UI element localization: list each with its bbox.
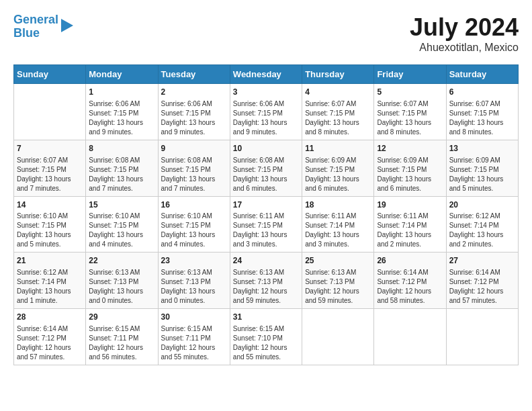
calendar-cell: 15Sunrise: 6:10 AM Sunset: 7:15 PM Dayli… xyxy=(86,196,158,253)
logo: GeneralBlue xyxy=(13,13,73,40)
calendar-cell: 16Sunrise: 6:10 AM Sunset: 7:15 PM Dayli… xyxy=(158,196,230,253)
calendar-cell: 17Sunrise: 6:11 AM Sunset: 7:15 PM Dayli… xyxy=(230,196,302,253)
title-block: July 2024 Ahuexotitlan, Mexico xyxy=(410,13,519,54)
cell-content: Sunrise: 6:14 AM Sunset: 7:12 PM Dayligh… xyxy=(377,268,443,306)
calendar-cell: 8Sunrise: 6:08 AM Sunset: 7:15 PM Daylig… xyxy=(86,140,158,196)
weekday-header-friday: Friday xyxy=(374,65,446,84)
day-number: 31 xyxy=(233,312,299,323)
day-number: 20 xyxy=(449,199,515,211)
day-number: 30 xyxy=(161,312,227,323)
cell-content: Sunrise: 6:12 AM Sunset: 7:14 PM Dayligh… xyxy=(17,268,83,306)
day-number: 11 xyxy=(305,143,371,154)
day-number: 24 xyxy=(233,255,299,267)
cell-content: Sunrise: 6:08 AM Sunset: 7:15 PM Dayligh… xyxy=(89,156,154,193)
logo-text: GeneralBlue xyxy=(13,13,58,40)
cell-content: Sunrise: 6:06 AM Sunset: 7:15 PM Dayligh… xyxy=(89,99,154,137)
cell-content: Sunrise: 6:11 AM Sunset: 7:14 PM Dayligh… xyxy=(305,212,371,249)
page-header: GeneralBlue July 2024 Ahuexotitlan, Mexi… xyxy=(13,13,519,54)
calendar-cell xyxy=(302,309,374,365)
cell-content: Sunrise: 6:10 AM Sunset: 7:15 PM Dayligh… xyxy=(17,212,83,249)
calendar-cell: 3Sunrise: 6:06 AM Sunset: 7:15 PM Daylig… xyxy=(230,84,302,140)
cell-content: Sunrise: 6:14 AM Sunset: 7:12 PM Dayligh… xyxy=(17,324,83,362)
day-number: 28 xyxy=(17,312,83,323)
calendar-cell: 13Sunrise: 6:09 AM Sunset: 7:15 PM Dayli… xyxy=(446,140,518,196)
calendar-cell: 4Sunrise: 6:07 AM Sunset: 7:15 PM Daylig… xyxy=(302,84,374,140)
calendar-cell xyxy=(374,309,446,365)
day-number: 21 xyxy=(17,255,83,267)
cell-content: Sunrise: 6:10 AM Sunset: 7:15 PM Dayligh… xyxy=(89,212,154,249)
calendar-cell: 10Sunrise: 6:08 AM Sunset: 7:15 PM Dayli… xyxy=(230,140,302,196)
calendar-cell: 12Sunrise: 6:09 AM Sunset: 7:15 PM Dayli… xyxy=(374,140,446,196)
day-number: 8 xyxy=(89,143,154,154)
calendar-cell: 19Sunrise: 6:11 AM Sunset: 7:14 PM Dayli… xyxy=(374,196,446,253)
calendar-cell: 5Sunrise: 6:07 AM Sunset: 7:15 PM Daylig… xyxy=(374,84,446,140)
calendar-cell: 7Sunrise: 6:07 AM Sunset: 7:15 PM Daylig… xyxy=(14,140,86,196)
calendar-cell: 25Sunrise: 6:13 AM Sunset: 7:13 PM Dayli… xyxy=(302,253,374,309)
calendar-cell: 22Sunrise: 6:13 AM Sunset: 7:13 PM Dayli… xyxy=(86,253,158,309)
cell-content: Sunrise: 6:06 AM Sunset: 7:15 PM Dayligh… xyxy=(161,99,227,137)
calendar-cell: 2Sunrise: 6:06 AM Sunset: 7:15 PM Daylig… xyxy=(158,84,230,140)
weekday-header-sunday: Sunday xyxy=(14,65,86,84)
cell-content: Sunrise: 6:13 AM Sunset: 7:13 PM Dayligh… xyxy=(161,268,227,306)
day-number: 23 xyxy=(161,255,227,267)
day-number: 16 xyxy=(161,199,227,211)
cell-content: Sunrise: 6:13 AM Sunset: 7:13 PM Dayligh… xyxy=(233,268,299,306)
cell-content: Sunrise: 6:07 AM Sunset: 7:15 PM Dayligh… xyxy=(305,99,371,137)
cell-content: Sunrise: 6:06 AM Sunset: 7:15 PM Dayligh… xyxy=(233,99,299,137)
day-number: 15 xyxy=(89,199,154,211)
day-number: 14 xyxy=(17,199,83,211)
cell-content: Sunrise: 6:07 AM Sunset: 7:15 PM Dayligh… xyxy=(449,99,515,137)
calendar-cell: 30Sunrise: 6:15 AM Sunset: 7:11 PM Dayli… xyxy=(158,309,230,365)
cell-content: Sunrise: 6:11 AM Sunset: 7:14 PM Dayligh… xyxy=(377,212,443,249)
cell-content: Sunrise: 6:08 AM Sunset: 7:15 PM Dayligh… xyxy=(161,156,227,193)
calendar-cell: 11Sunrise: 6:09 AM Sunset: 7:15 PM Dayli… xyxy=(302,140,374,196)
calendar-cell xyxy=(14,84,86,140)
calendar-cell: 24Sunrise: 6:13 AM Sunset: 7:13 PM Dayli… xyxy=(230,253,302,309)
cell-content: Sunrise: 6:07 AM Sunset: 7:15 PM Dayligh… xyxy=(17,156,83,193)
day-number: 3 xyxy=(233,87,299,98)
day-number: 19 xyxy=(377,199,443,211)
day-number: 13 xyxy=(449,143,515,154)
calendar-cell: 1Sunrise: 6:06 AM Sunset: 7:15 PM Daylig… xyxy=(86,84,158,140)
weekday-header-saturday: Saturday xyxy=(446,65,518,84)
weekday-header-wednesday: Wednesday xyxy=(230,65,302,84)
calendar-cell: 29Sunrise: 6:15 AM Sunset: 7:11 PM Dayli… xyxy=(86,309,158,365)
cell-content: Sunrise: 6:12 AM Sunset: 7:14 PM Dayligh… xyxy=(449,212,515,249)
cell-content: Sunrise: 6:08 AM Sunset: 7:15 PM Dayligh… xyxy=(233,156,299,193)
day-number: 5 xyxy=(377,87,443,98)
calendar-cell: 26Sunrise: 6:14 AM Sunset: 7:12 PM Dayli… xyxy=(374,253,446,309)
weekday-header-tuesday: Tuesday xyxy=(158,65,230,84)
day-number: 22 xyxy=(89,255,154,267)
calendar-cell: 18Sunrise: 6:11 AM Sunset: 7:14 PM Dayli… xyxy=(302,196,374,253)
calendar-cell: 31Sunrise: 6:15 AM Sunset: 7:10 PM Dayli… xyxy=(230,309,302,365)
day-number: 10 xyxy=(233,143,299,154)
day-number: 26 xyxy=(377,255,443,267)
day-number: 1 xyxy=(89,87,154,98)
logo-arrow-icon xyxy=(61,19,73,32)
day-number: 18 xyxy=(305,199,371,211)
day-number: 9 xyxy=(161,143,227,154)
cell-content: Sunrise: 6:09 AM Sunset: 7:15 PM Dayligh… xyxy=(377,156,443,193)
calendar-cell: 20Sunrise: 6:12 AM Sunset: 7:14 PM Dayli… xyxy=(446,196,518,253)
calendar-cell: 14Sunrise: 6:10 AM Sunset: 7:15 PM Dayli… xyxy=(14,196,86,253)
cell-content: Sunrise: 6:11 AM Sunset: 7:15 PM Dayligh… xyxy=(233,212,299,249)
day-number: 29 xyxy=(89,312,154,323)
calendar-cell: 23Sunrise: 6:13 AM Sunset: 7:13 PM Dayli… xyxy=(158,253,230,309)
cell-content: Sunrise: 6:10 AM Sunset: 7:15 PM Dayligh… xyxy=(161,212,227,249)
day-number: 4 xyxy=(305,87,371,98)
calendar-cell xyxy=(446,309,518,365)
cell-content: Sunrise: 6:13 AM Sunset: 7:13 PM Dayligh… xyxy=(305,268,371,306)
cell-content: Sunrise: 6:13 AM Sunset: 7:13 PM Dayligh… xyxy=(89,268,154,306)
day-number: 12 xyxy=(377,143,443,154)
calendar-cell: 28Sunrise: 6:14 AM Sunset: 7:12 PM Dayli… xyxy=(14,309,86,365)
day-number: 25 xyxy=(305,255,371,267)
calendar-cell: 27Sunrise: 6:14 AM Sunset: 7:12 PM Dayli… xyxy=(446,253,518,309)
day-number: 17 xyxy=(233,199,299,211)
cell-content: Sunrise: 6:15 AM Sunset: 7:11 PM Dayligh… xyxy=(161,324,227,362)
cell-content: Sunrise: 6:09 AM Sunset: 7:15 PM Dayligh… xyxy=(449,156,515,193)
day-number: 27 xyxy=(449,255,515,267)
day-number: 7 xyxy=(17,143,83,154)
cell-content: Sunrise: 6:09 AM Sunset: 7:15 PM Dayligh… xyxy=(305,156,371,193)
cell-content: Sunrise: 6:14 AM Sunset: 7:12 PM Dayligh… xyxy=(449,268,515,306)
calendar-table: SundayMondayTuesdayWednesdayThursdayFrid… xyxy=(13,64,519,365)
